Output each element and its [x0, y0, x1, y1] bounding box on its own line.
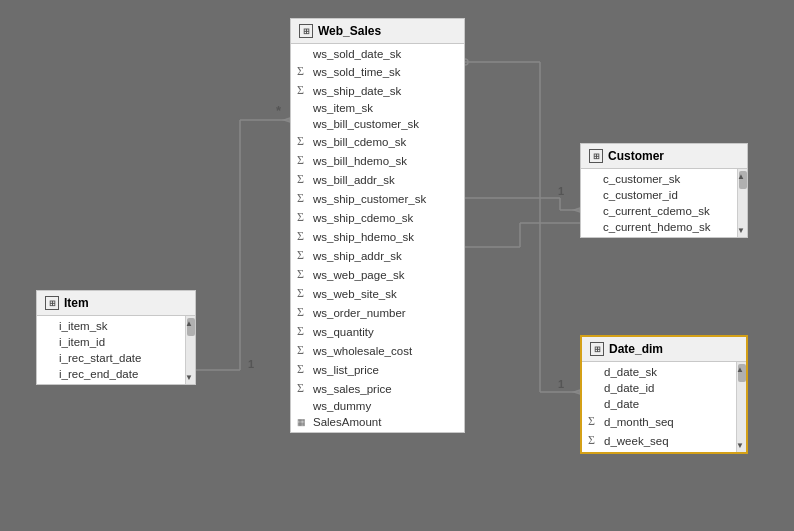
field-i_item_id: i_item_id: [37, 334, 183, 350]
field-ws_sold_date_sk: ws_sold_date_sk: [291, 46, 464, 62]
sigma-icon: Σ: [588, 433, 600, 448]
chevron-down[interactable]: ▼: [737, 226, 745, 235]
sigma-icon: Σ: [297, 324, 309, 339]
field-ws_web_page_sk: Σ ws_web_page_sk: [291, 265, 464, 284]
field-c_customer_sk: c_customer_sk: [581, 171, 735, 187]
field-i_rec_end_date: i_rec_end_date: [37, 366, 183, 382]
sigma-icon: Σ: [297, 134, 309, 149]
svg-text:*: *: [276, 103, 282, 118]
table-icon: ⊞: [45, 296, 59, 310]
item-header: ⊞ Item: [37, 291, 195, 316]
field-ws_ship_customer_sk: Σ ws_ship_customer_sk: [291, 189, 464, 208]
field-ws_ship_date_sk: Σ ws_ship_date_sk: [291, 81, 464, 100]
field-d_month_seq: Σ d_month_seq: [582, 412, 734, 431]
field-ws_bill_cdemo_sk: Σ ws_bill_cdemo_sk: [291, 132, 464, 151]
item-body: i_item_sk i_item_id i_rec_start_date i_r…: [37, 316, 195, 384]
field-c_current_cdemo_sk: c_current_cdemo_sk: [581, 203, 735, 219]
sigma-icon: Σ: [297, 191, 309, 206]
field-c_customer_id: c_customer_id: [581, 187, 735, 203]
web-sales-header: ⊞ Web_Sales: [291, 19, 464, 44]
field-i_rec_start_date: i_rec_start_date: [37, 350, 183, 366]
svg-text:1: 1: [558, 378, 564, 390]
date-dim-body: d_date_sk d_date_id d_date Σ d_month_seq…: [582, 362, 746, 452]
chevron-down[interactable]: ▼: [736, 441, 744, 450]
field-ws_ship_addr_sk: Σ ws_ship_addr_sk: [291, 246, 464, 265]
field-ws_ship_hdemo_sk: Σ ws_ship_hdemo_sk: [291, 227, 464, 246]
field-sales-amount: ▦ SalesAmount: [291, 414, 464, 430]
field-ws_order_number: Σ ws_order_number: [291, 303, 464, 322]
sigma-icon: Σ: [297, 153, 309, 168]
item-table: ⊞ Item i_item_sk i_item_id i_rec_start_d…: [36, 290, 196, 385]
chevron-up[interactable]: ▲: [736, 365, 744, 374]
field-ws_bill_addr_sk: Σ ws_bill_addr_sk: [291, 170, 464, 189]
field-ws_item_sk: ws_item_sk: [291, 100, 464, 116]
svg-text:1: 1: [558, 185, 564, 197]
sigma-icon: Σ: [297, 229, 309, 244]
table-icon: ⊞: [590, 342, 604, 356]
customer-body: c_customer_sk c_customer_id c_current_cd…: [581, 169, 747, 237]
customer-header: ⊞ Customer: [581, 144, 747, 169]
web-sales-table: ⊞ Web_Sales ws_sold_date_sk Σ ws_sold_ti…: [290, 18, 465, 433]
web-sales-title: Web_Sales: [318, 24, 381, 38]
sigma-icon: Σ: [588, 414, 600, 429]
field-ws_list_price: Σ ws_list_price: [291, 360, 464, 379]
field-ws_web_site_sk: Σ ws_web_site_sk: [291, 284, 464, 303]
field-ws_sales_price: Σ ws_sales_price: [291, 379, 464, 398]
field-ws_quantity: Σ ws_quantity: [291, 322, 464, 341]
chevron-down[interactable]: ▼: [185, 373, 193, 382]
chevron-up[interactable]: ▲: [737, 172, 745, 181]
field-i_item_sk: i_item_sk: [37, 318, 183, 334]
field-ws_ship_cdemo_sk: Σ ws_ship_cdemo_sk: [291, 208, 464, 227]
scroll-bar[interactable]: [736, 362, 746, 452]
field-ws_bill_customer_sk: ws_bill_customer_sk: [291, 116, 464, 132]
sigma-icon: Σ: [297, 362, 309, 377]
field-d_date_sk: d_date_sk: [582, 364, 734, 380]
item-title: Item: [64, 296, 89, 310]
table-icon: ⊞: [589, 149, 603, 163]
chevron-up[interactable]: ▲: [185, 319, 193, 328]
table-icon: ⊞: [299, 24, 313, 38]
customer-title: Customer: [608, 149, 664, 163]
sigma-icon: Σ: [297, 64, 309, 79]
field-ws_sold_time_sk: Σ ws_sold_time_sk: [291, 62, 464, 81]
sigma-icon: Σ: [297, 381, 309, 396]
date-dim-header: ⊞ Date_dim: [582, 337, 746, 362]
date-dim-table: ⊞ Date_dim d_date_sk d_date_id d_date Σ …: [580, 335, 748, 454]
sigma-icon: Σ: [297, 267, 309, 282]
field-d_date_id: d_date_id: [582, 380, 734, 396]
measure-icon: ▦: [297, 417, 309, 427]
customer-table: ⊞ Customer c_customer_sk c_customer_id c…: [580, 143, 748, 238]
field-ws_wholesale_cost: Σ ws_wholesale_cost: [291, 341, 464, 360]
sigma-icon: Σ: [297, 210, 309, 225]
field-ws_dummy: ws_dummy: [291, 398, 464, 414]
sigma-icon: Σ: [297, 286, 309, 301]
web-sales-body: ws_sold_date_sk Σ ws_sold_time_sk Σ ws_s…: [291, 44, 464, 432]
field-c_current_hdemo_sk: c_current_hdemo_sk: [581, 219, 735, 235]
field-d_date: d_date: [582, 396, 734, 412]
sigma-icon: Σ: [297, 305, 309, 320]
sigma-icon: Σ: [297, 172, 309, 187]
sigma-icon: Σ: [297, 248, 309, 263]
field-d_week_seq: Σ d_week_seq: [582, 431, 734, 450]
sigma-icon: Σ: [297, 83, 309, 98]
sigma-icon: Σ: [297, 343, 309, 358]
date-dim-title: Date_dim: [609, 342, 663, 356]
svg-text:1: 1: [248, 358, 254, 370]
field-ws_bill_hdemo_sk: Σ ws_bill_hdemo_sk: [291, 151, 464, 170]
